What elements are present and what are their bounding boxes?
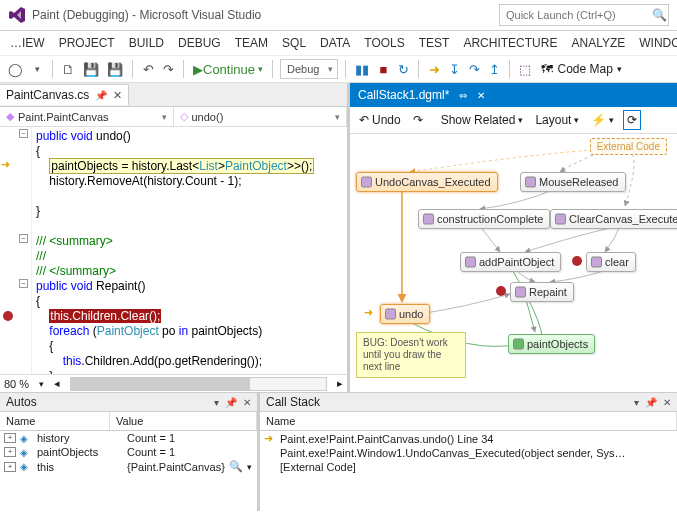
menu-analyze[interactable]: ANALYZE [565,33,631,53]
refresh-icon[interactable]: ⟳ [623,110,641,130]
new-file-icon[interactable]: 🗋 [60,59,77,79]
restart-icon[interactable]: ↻ [395,59,411,79]
menu-team[interactable]: TEAM [229,33,274,53]
search-input[interactable] [500,7,650,23]
var-name: paintObjects [37,446,127,458]
bug-note[interactable]: BUG: Doesn't work until you draw the nex… [356,332,466,378]
code-area[interactable]: − ➜ − − public void undo() { paintObject… [0,127,347,374]
menu-test[interactable]: TEST [413,33,456,53]
chevron-down-icon[interactable]: ▾ [247,462,252,472]
undo-button[interactable]: ↶ Undo [356,111,404,129]
breakpoint-dot-icon [572,256,582,266]
dropdown-icon[interactable]: ▾ [634,397,639,408]
menu-window[interactable]: WINDOW [633,33,677,53]
close-icon[interactable]: ✕ [243,397,251,408]
menu-debug[interactable]: DEBUG [172,33,227,53]
fold-icon[interactable]: − [19,129,28,138]
search-icon[interactable]: 🔍 [650,8,668,22]
node-addpaint[interactable]: addPaintObject [460,252,561,272]
break-all-icon[interactable]: ▮▮ [353,59,371,79]
config-combo[interactable]: Debug [280,59,338,79]
callstack-row[interactable]: Paint.exe!Paint.Window1.UndoCanvas_Execu… [260,446,677,460]
autos-row[interactable]: +◈paintObjectsCount = 1 [0,445,257,459]
crumb-label: undo() [192,111,224,123]
pin-icon[interactable]: 📌 [95,90,107,101]
close-icon[interactable]: ✕ [113,89,122,102]
expand-icon[interactable]: + [4,447,16,457]
nav-back-icon[interactable]: ◯ [6,59,25,79]
scroll-left-icon[interactable]: ◂ [54,377,60,390]
node-clearcanvas[interactable]: ClearCanvas_Executed [550,209,677,229]
autos-row[interactable]: +◈this{Paint.PaintCanvas} 🔍 ▾ [0,459,257,474]
crumb-class[interactable]: ◆Paint.PaintCanvas [0,107,174,126]
tab-paintcanvas[interactable]: PaintCanvas.cs 📌 ✕ [0,84,129,105]
crumb-method[interactable]: ◇undo() [174,107,348,126]
menu-tools[interactable]: TOOLS [358,33,410,53]
step-into-icon[interactable]: ↧ [446,59,462,79]
scroll-right-icon[interactable]: ▸ [337,377,343,390]
callstack-row[interactable]: ➜Paint.exe!Paint.PaintCanvas.undo() Line… [260,431,677,446]
code-text[interactable]: public void undo() { paintObjects = hist… [36,129,347,374]
node-undo[interactable]: undo [380,304,430,324]
menu-bar: …IEWPROJECTBUILDDEBUGTEAMSQLDATATOOLSTES… [0,31,677,55]
layout-combo[interactable]: Layout ▾ [532,111,582,129]
var-icon: ◈ [20,433,34,444]
node-paintobjects[interactable]: paintObjects [508,334,595,354]
dgml-canvas[interactable]: External Code UndoCanvas_Executed MouseR… [350,134,677,392]
node-repaint[interactable]: Repaint [510,282,574,302]
pin-icon[interactable]: 📌 [225,397,237,408]
chevron-down-icon[interactable]: ▾ [29,59,45,79]
show-related-label: Show Related [441,113,516,127]
close-icon[interactable]: ✕ [477,90,485,101]
code-editor-pane: PaintCanvas.cs 📌 ✕ ◆Paint.PaintCanvas ◇u… [0,83,350,392]
quick-launch[interactable]: 🔍 [499,4,669,26]
current-frame-icon: ➜ [264,432,280,445]
save-icon[interactable]: 💾 [81,59,101,79]
dropdown-icon[interactable]: ▾ [214,397,219,408]
tab-share-icon[interactable]: ⇔ [459,90,467,101]
continue-button[interactable]: ▶ Continue ▾ [191,59,265,79]
var-icon: ◈ [20,461,34,472]
col-name[interactable]: Name [0,412,110,430]
filter-icon[interactable]: ⚡▾ [588,111,617,129]
breakpoint-dot-icon [496,286,506,296]
fold-icon[interactable]: − [19,234,28,243]
menu-sql[interactable]: SQL [276,33,312,53]
codemap-button[interactable]: 🗺 Code Map ▾ [537,62,625,76]
menu-architecture[interactable]: ARCHITECTURE [457,33,563,53]
zoom-combo[interactable]: 80 % [4,378,29,390]
menu-project[interactable]: PROJECT [53,33,121,53]
close-icon[interactable]: ✕ [663,397,671,408]
node-construction[interactable]: constructionComplete [418,209,550,229]
h-scrollbar[interactable] [70,377,327,391]
node-undocanvas[interactable]: UndoCanvas_Executed [356,172,498,192]
expand-icon[interactable]: + [4,433,16,443]
dgml-icon[interactable]: ⬚ [517,59,533,79]
menu-build[interactable]: BUILD [123,33,170,53]
tab-callstack-dgml[interactable]: CallStack1.dgml* ⇔ ✕ [350,85,493,105]
col-name[interactable]: Name [260,412,677,430]
show-next-icon[interactable]: ➜ [426,59,442,79]
magnify-icon[interactable]: 🔍 [229,460,243,473]
step-over-icon[interactable]: ↷ [466,59,482,79]
menu-data[interactable]: DATA [314,33,356,53]
var-value: {Paint.PaintCanvas} 🔍 ▾ [127,460,253,473]
autos-row[interactable]: +◈historyCount = 1 [0,431,257,445]
node-clear[interactable]: clear [586,252,636,272]
redo-icon[interactable]: ↷ [410,111,426,129]
stop-icon[interactable]: ■ [375,59,391,79]
fold-icon[interactable]: − [19,279,28,288]
external-code-node[interactable]: External Code [590,138,667,155]
callstack-row[interactable]: [External Code] [260,460,677,474]
save-all-icon[interactable]: 💾 [105,59,125,79]
redo-icon[interactable]: ↷ [160,59,176,79]
breakpoint-icon[interactable] [3,311,13,321]
step-out-icon[interactable]: ↥ [486,59,502,79]
col-value[interactable]: Value [110,412,257,430]
pin-icon[interactable]: 📌 [645,397,657,408]
show-related-combo[interactable]: Show Related ▾ [438,111,527,129]
menu-iew[interactable]: …IEW [4,33,51,53]
expand-icon[interactable]: + [4,462,16,472]
undo-icon[interactable]: ↶ [140,59,156,79]
node-mousereleased[interactable]: MouseReleased [520,172,626,192]
